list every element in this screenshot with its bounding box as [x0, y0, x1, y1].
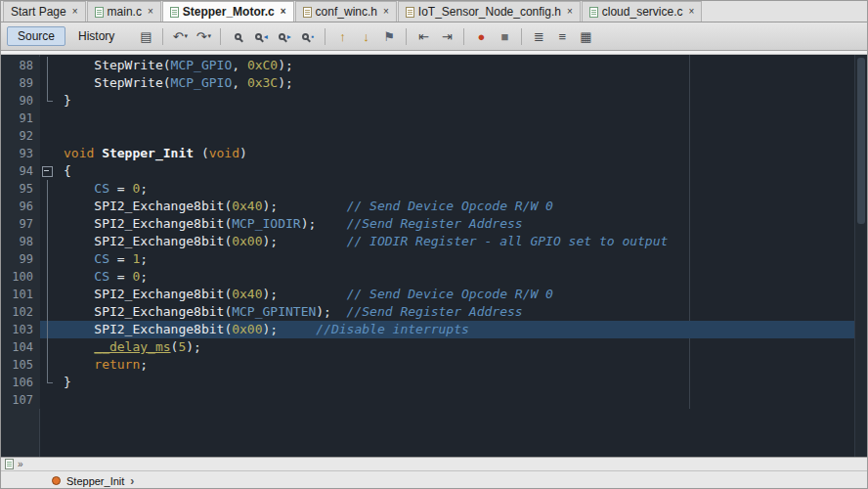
- line-number[interactable]: 89: [1, 74, 40, 92]
- code-text: SPI2_Exchange8bit(0x40); // Send Device …: [56, 286, 553, 303]
- back-icon[interactable]: ↶▾: [169, 25, 191, 47]
- code-line[interactable]: 98 SPI2_Exchange8bit(0x00); // IODIR Reg…: [1, 233, 867, 250]
- code-line[interactable]: 103 SPI2_Exchange8bit(0x00); //Disable i…: [1, 321, 867, 338]
- line-number[interactable]: 101: [1, 286, 40, 303]
- tab-label: conf_winc.h: [316, 5, 377, 19]
- code-line[interactable]: 93void Stepper_Init (void): [1, 145, 867, 162]
- code-line[interactable]: 100 CS = 0;: [1, 268, 867, 286]
- tab-iot-sensor-node-config-h[interactable]: IoT_Sensor_Node_config.h×: [398, 1, 581, 22]
- code-editor[interactable]: 88 StepWrite(MCP_GPIO, 0xC0);89 StepWrit…: [1, 55, 867, 457]
- close-icon[interactable]: ×: [281, 7, 286, 17]
- line-number[interactable]: 93: [1, 145, 40, 162]
- fold-toggle-icon[interactable]: [40, 162, 56, 180]
- code-text: CS = 0;: [56, 268, 148, 286]
- tab-conf-winc-h[interactable]: conf_winc.h×: [295, 1, 397, 22]
- code-text: return;: [56, 356, 148, 374]
- code-line[interactable]: 101 SPI2_Exchange8bit(0x40); // Send Dev…: [1, 286, 867, 303]
- page-icon[interactable]: [5, 459, 14, 469]
- breadcrumb-item[interactable]: Stepper_Init: [66, 475, 124, 487]
- code-line[interactable]: 95 CS = 0;: [1, 180, 867, 198]
- code-line[interactable]: 107: [1, 391, 867, 409]
- fold-guide: [40, 110, 56, 127]
- fold-guide: [40, 74, 56, 92]
- code-line[interactable]: 90}: [1, 92, 867, 110]
- editor-macros-icon[interactable]: ▦: [575, 25, 596, 47]
- code-line[interactable]: 96 SPI2_Exchange8bit(0x40); // Send Devi…: [1, 198, 867, 215]
- code-line[interactable]: 104 __delay_ms(5);: [1, 338, 867, 356]
- line-number[interactable]: 102: [1, 303, 40, 321]
- line-number[interactable]: 104: [1, 338, 40, 356]
- find-selection-icon[interactable]: [227, 25, 248, 47]
- code-line[interactable]: 91: [1, 110, 867, 127]
- code-text: __delay_ms(5);: [56, 338, 201, 356]
- last-edit-icon[interactable]: ▤: [135, 25, 156, 47]
- fold-guide: [40, 391, 56, 409]
- line-number[interactable]: 90: [1, 92, 40, 110]
- toolbar-separator: [406, 28, 407, 45]
- code-line[interactable]: 106}: [1, 374, 867, 391]
- close-icon[interactable]: ×: [72, 7, 78, 17]
- code-line[interactable]: 89 StepWrite(MCP_GPIO, 0x3C);: [1, 74, 867, 92]
- close-icon[interactable]: ×: [148, 7, 153, 17]
- line-number[interactable]: 96: [1, 198, 40, 215]
- line-number[interactable]: 100: [1, 268, 40, 286]
- toolbar-separator: [521, 28, 522, 45]
- next-bookmark-icon[interactable]: ↓: [355, 25, 376, 47]
- shift-left-icon[interactable]: ⇤: [412, 25, 434, 47]
- code-line[interactable]: 92: [1, 127, 867, 145]
- line-number[interactable]: 107: [1, 391, 40, 409]
- tab-cloud-service-c[interactable]: cloud_service.c×: [582, 1, 703, 22]
- code-line[interactable]: 102 SPI2_Exchange8bit(MCP_GPINTEN); //Se…: [1, 303, 867, 321]
- code-line[interactable]: 94{: [1, 162, 867, 180]
- scrollbar-thumb[interactable]: [857, 58, 865, 224]
- close-icon[interactable]: ×: [383, 7, 389, 17]
- code-line[interactable]: 105 return;: [1, 356, 867, 374]
- line-number[interactable]: 94: [1, 162, 40, 180]
- fold-guide: [40, 286, 56, 303]
- fold-guide: [40, 92, 56, 110]
- code-text: {: [56, 162, 71, 180]
- shift-right-icon[interactable]: ⇥: [436, 25, 457, 47]
- code-text: }: [56, 92, 71, 110]
- toggle-highlight-search-icon[interactable]: ▪: [297, 25, 319, 47]
- line-number[interactable]: 95: [1, 180, 40, 198]
- code-line[interactable]: 99 CS = 1;: [1, 250, 867, 268]
- code-lines: 88 StepWrite(MCP_GPIO, 0xC0);89 StepWrit…: [1, 55, 867, 409]
- line-number[interactable]: 106: [1, 374, 40, 391]
- tab-main-c[interactable]: main.c×: [87, 1, 161, 22]
- previous-bookmark-icon[interactable]: ↑: [331, 25, 353, 47]
- source-button[interactable]: Source: [7, 26, 65, 46]
- fold-guide: [40, 250, 56, 268]
- tab-start-page[interactable]: Start Page×: [3, 1, 86, 22]
- comment-icon[interactable]: ≣: [528, 25, 549, 47]
- fold-guide: [40, 268, 56, 286]
- record-macro-icon[interactable]: ●: [470, 25, 492, 47]
- history-button[interactable]: History: [67, 26, 125, 46]
- fold-guide: [40, 198, 56, 215]
- line-number[interactable]: 91: [1, 110, 40, 127]
- code-line[interactable]: 88 StepWrite(MCP_GPIO, 0xC0);: [1, 57, 867, 74]
- close-icon[interactable]: ×: [567, 7, 573, 17]
- toolbar-separator: [220, 28, 221, 45]
- forward-icon[interactable]: ↷▾: [193, 25, 214, 47]
- find-previous-occurrence-icon[interactable]: ◂: [250, 25, 272, 47]
- chevron-double-icon[interactable]: »: [18, 460, 23, 469]
- vertical-scrollbar[interactable]: [854, 55, 867, 457]
- line-number[interactable]: 103: [1, 321, 40, 338]
- close-icon[interactable]: ×: [689, 7, 695, 17]
- code-text: CS = 1;: [56, 250, 148, 268]
- line-number[interactable]: 99: [1, 250, 40, 268]
- toolbar-separator: [325, 28, 326, 45]
- tab-stepper-motor-c[interactable]: Stepper_Motor.c×: [162, 1, 294, 22]
- line-number[interactable]: 97: [1, 215, 40, 233]
- code-line[interactable]: 97 SPI2_Exchange8bit(MCP_IODIR); //Send …: [1, 215, 867, 233]
- line-number[interactable]: 105: [1, 356, 40, 374]
- stop-macro-icon[interactable]: ■: [494, 25, 515, 47]
- line-number[interactable]: 92: [1, 127, 40, 145]
- code-text: SPI2_Exchange8bit(0x00); //Disable inter…: [56, 321, 469, 338]
- line-number[interactable]: 88: [1, 57, 40, 74]
- line-number[interactable]: 98: [1, 233, 40, 250]
- toggle-bookmark-icon[interactable]: ⚑: [378, 25, 400, 47]
- find-next-occurrence-icon[interactable]: ▸: [274, 25, 295, 47]
- uncomment-icon[interactable]: ≡: [551, 25, 573, 47]
